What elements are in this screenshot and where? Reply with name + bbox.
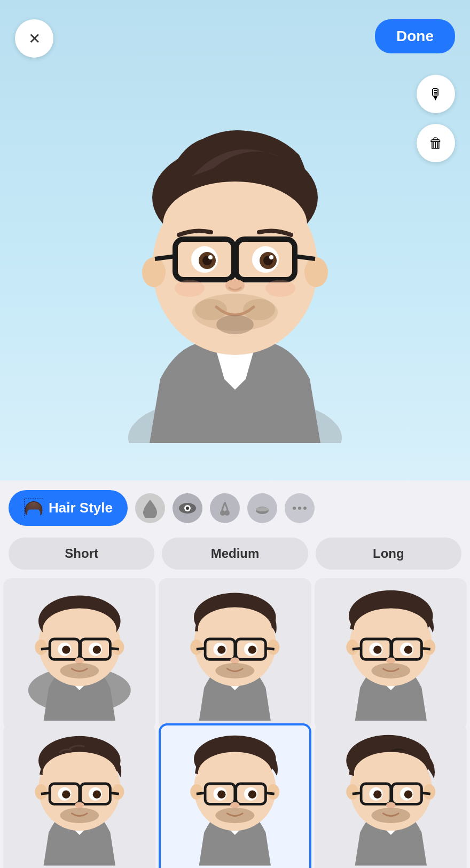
svg-point-33 (293, 507, 296, 510)
filter-row: Short Medium Long (0, 535, 470, 578)
hairstyle-option-6[interactable] (315, 723, 467, 869)
hairstyle-option-5[interactable] (159, 723, 311, 869)
svg-point-120 (423, 784, 435, 800)
hairstyle-grid (0, 578, 470, 868)
svg-point-24 (175, 280, 205, 297)
avatar-character (96, 69, 374, 443)
svg-line-62 (266, 648, 275, 649)
hairstyle-option-2[interactable] (159, 578, 311, 730)
svg-point-52 (60, 663, 99, 678)
svg-line-109 (197, 793, 205, 794)
svg-point-55 (190, 640, 202, 655)
svg-point-116 (216, 808, 255, 823)
svg-point-131 (386, 802, 395, 809)
svg-point-64 (217, 645, 225, 653)
mouth-icon (254, 502, 271, 515)
filter-medium-label: Medium (211, 546, 260, 561)
category-hair-style[interactable]: 🦱 Hair Style (9, 490, 128, 526)
svg-line-78 (421, 648, 430, 649)
svg-point-22 (243, 299, 275, 320)
svg-point-50 (93, 645, 101, 653)
svg-point-39 (35, 640, 47, 655)
category-eyes[interactable] (173, 493, 202, 523)
svg-point-87 (35, 784, 47, 800)
category-mouth[interactable] (247, 493, 277, 523)
svg-point-71 (346, 640, 358, 655)
category-scroll-row: 🦱 Hair Style (0, 480, 470, 535)
category-nose[interactable] (210, 493, 240, 523)
svg-line-10 (295, 256, 315, 259)
svg-point-40 (112, 640, 124, 655)
svg-point-96 (62, 791, 70, 799)
svg-point-4 (304, 257, 328, 287)
svg-point-21 (195, 299, 227, 320)
done-label: Done (396, 28, 434, 44)
category-label: Hair Style (49, 500, 113, 516)
delete-button[interactable]: 🗑 (417, 124, 455, 162)
filter-short[interactable]: Short (9, 538, 154, 570)
microphone-button[interactable]: 🎙 (417, 75, 455, 113)
svg-point-32 (256, 507, 269, 511)
customization-panel: 🦱 Hair Style (0, 480, 470, 868)
svg-point-130 (404, 791, 412, 799)
svg-line-77 (352, 648, 361, 649)
svg-point-119 (346, 784, 358, 800)
svg-point-88 (112, 784, 124, 800)
svg-point-30 (224, 510, 230, 516)
svg-point-100 (60, 808, 99, 823)
svg-point-3 (142, 257, 166, 287)
svg-point-28 (186, 507, 189, 510)
hairstyle-option-1[interactable] (3, 578, 155, 730)
svg-line-94 (110, 793, 119, 794)
eye-icon (178, 501, 197, 516)
svg-line-93 (41, 793, 50, 794)
filter-medium[interactable]: Medium (162, 538, 308, 570)
svg-point-35 (303, 507, 307, 510)
svg-point-104 (267, 784, 279, 800)
svg-point-51 (75, 657, 84, 664)
hairstyle-option-4[interactable] (3, 723, 155, 869)
svg-point-66 (248, 645, 256, 653)
close-icon: ✕ (28, 30, 41, 48)
filter-long-label: Long (373, 546, 404, 561)
svg-line-125 (352, 793, 361, 794)
svg-point-72 (423, 640, 435, 655)
svg-point-114 (248, 791, 256, 799)
svg-line-61 (197, 648, 205, 649)
hairstyle-option-3[interactable] (315, 578, 467, 730)
svg-point-80 (373, 645, 381, 653)
category-eyebrows[interactable] (135, 493, 165, 523)
svg-point-115 (230, 802, 239, 809)
svg-line-126 (421, 793, 430, 794)
svg-point-98 (93, 791, 101, 799)
svg-point-99 (75, 802, 84, 809)
svg-point-128 (373, 791, 381, 799)
trash-icon: 🗑 (429, 135, 443, 152)
svg-point-68 (216, 663, 255, 678)
drop-icon (142, 499, 158, 518)
category-more[interactable] (285, 493, 315, 523)
svg-point-23 (216, 315, 254, 334)
svg-point-34 (298, 507, 301, 510)
svg-point-83 (386, 657, 395, 664)
filter-long[interactable]: Long (316, 538, 461, 570)
svg-point-14 (208, 255, 213, 259)
done-button[interactable]: Done (375, 19, 455, 53)
more-icon (291, 502, 308, 515)
svg-line-9 (155, 256, 175, 259)
svg-point-132 (371, 808, 410, 823)
svg-point-18 (269, 255, 273, 259)
svg-line-45 (41, 648, 50, 649)
nose-icon (218, 500, 231, 516)
svg-point-48 (62, 645, 70, 653)
svg-point-56 (267, 640, 279, 655)
microphone-icon: 🎙 (428, 85, 443, 103)
svg-line-46 (110, 648, 119, 649)
hair-icon: 🦱 (24, 499, 43, 517)
svg-point-67 (230, 657, 239, 664)
avatar-preview-section: ✕ Done 🎙 🗑 (0, 0, 470, 480)
filter-short-label: Short (65, 546, 98, 561)
close-button[interactable]: ✕ (15, 19, 53, 58)
svg-point-103 (190, 784, 202, 800)
svg-point-82 (404, 645, 412, 653)
